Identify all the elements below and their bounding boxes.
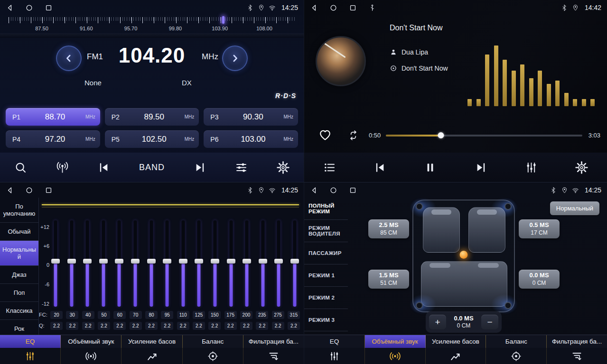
eq-band-slider[interactable] (289, 220, 300, 307)
settings-gear-icon[interactable] (575, 161, 588, 174)
tab-bass-boost[interactable]: Усиление басов (426, 335, 486, 348)
eq-band-slider[interactable] (242, 220, 252, 307)
next-track-icon[interactable] (475, 161, 487, 174)
back-icon[interactable] (310, 186, 318, 194)
eq-preset-item[interactable]: Джаз (0, 266, 38, 284)
tab-balance[interactable]: Баланс (486, 335, 547, 348)
slider-handle[interactable] (163, 259, 171, 264)
seek-up-button[interactable] (222, 46, 248, 71)
eq-band-slider[interactable] (226, 220, 236, 307)
front-right-delay[interactable]: 0.5 MS 17 CM (519, 219, 560, 238)
mode-item[interactable]: ПАССАЖИР (304, 242, 348, 264)
preset-button-p1[interactable]: P188.70MHz (6, 108, 100, 126)
eq-band-slider[interactable] (114, 220, 124, 307)
slider-handle[interactable] (83, 259, 92, 264)
mode-item[interactable]: РЕЖИМ ВОДИТЕЛЯ (304, 220, 348, 242)
recents-icon[interactable] (45, 186, 53, 194)
mode-item[interactable]: РЕЖИМ 2 (304, 287, 348, 309)
preset-button-p6[interactable]: P6103.00MHz (204, 130, 298, 148)
eq-band-slider[interactable] (210, 220, 220, 307)
eq-preset-item[interactable]: Обычай (0, 223, 38, 241)
eq-preset-item[interactable]: Нормальный (0, 241, 38, 266)
delay-increase-button[interactable]: + (429, 315, 446, 329)
album-art[interactable] (316, 36, 366, 86)
preset-button-p4[interactable]: P497.20MHz (6, 130, 100, 148)
balance-icon[interactable] (183, 348, 243, 364)
home-icon[interactable] (25, 4, 33, 12)
equalizer-icon[interactable] (0, 348, 61, 364)
slider-handle[interactable] (179, 259, 187, 264)
surround-s ound-icon[interactable] (61, 348, 121, 364)
equalizer-icon[interactable] (304, 348, 365, 364)
slider-handle[interactable] (259, 259, 267, 264)
playlist-icon[interactable] (323, 161, 336, 174)
eq-preset-item[interactable]: По умолчанию (0, 198, 38, 223)
mode-item[interactable]: ПОЛНЫЙ РЕЖИМ (304, 198, 348, 220)
rear-left-delay[interactable]: 1.5 MS 51 CM (368, 270, 409, 289)
slider-handle[interactable] (51, 259, 60, 264)
recents-icon[interactable] (349, 4, 357, 12)
seek-bar[interactable] (386, 135, 582, 136)
slider-handle[interactable] (195, 259, 203, 264)
preset-button-p2[interactable]: P289.50MHz (105, 108, 199, 126)
progress-knob[interactable] (438, 132, 444, 138)
previous-icon[interactable] (97, 161, 110, 174)
tab-surround-sound[interactable]: Объёмный звук (365, 335, 426, 348)
bass-boost-icon[interactable] (426, 348, 486, 364)
mode-item[interactable]: РЕЖИМ 1 (304, 264, 348, 287)
slider-handle[interactable] (290, 259, 299, 264)
tab-balance[interactable]: Баланс (183, 335, 243, 348)
eq-band-slider[interactable] (178, 220, 188, 307)
tune-settings-icon[interactable] (235, 161, 248, 174)
tab-filter[interactable]: Фильтрация ба... (243, 335, 304, 348)
slider-handle[interactable] (115, 259, 123, 264)
eq-band-slider[interactable] (146, 220, 157, 307)
favorite-icon[interactable] (318, 128, 332, 142)
balance-icon[interactable] (486, 348, 547, 364)
filter-icon[interactable] (243, 348, 304, 364)
eq-preset-item[interactable]: Поп (0, 284, 38, 302)
eq-band-slider[interactable] (98, 220, 109, 307)
preset-button-p3[interactable]: P390.30MHz (204, 108, 298, 126)
home-icon[interactable] (329, 186, 337, 194)
tab-surround-sound[interactable]: Объёмный звук (61, 335, 121, 348)
home-icon[interactable] (25, 186, 33, 194)
eq-band-slider[interactable] (273, 220, 284, 307)
eq-preset-item[interactable]: Классика (0, 302, 38, 320)
tab-bass-boost[interactable]: Усиление басов (121, 335, 182, 348)
mode-item[interactable]: РЕЖИМ 3 (304, 309, 348, 331)
slider-handle[interactable] (67, 259, 76, 264)
eq-band-slider[interactable] (66, 220, 77, 307)
recents-icon[interactable] (45, 4, 53, 12)
eq-band-slider[interactable] (82, 220, 93, 307)
eq-band-slider[interactable] (258, 220, 268, 307)
tab-eq[interactable]: EQ (0, 335, 61, 348)
bass-boost-icon[interactable] (121, 348, 182, 364)
scan-icon[interactable] (14, 161, 27, 174)
next-icon[interactable] (194, 161, 206, 174)
repeat-icon[interactable] (348, 130, 359, 141)
audio-mixer-icon[interactable] (525, 161, 538, 174)
front-left-delay[interactable]: 2.5 MS 85 CM (368, 219, 409, 238)
eq-band-slider[interactable] (50, 220, 61, 307)
home-icon[interactable] (329, 4, 337, 12)
frequency-scale[interactable]: 87.5091.6095.7099.80103.90108.00 (0, 16, 304, 39)
tab-eq[interactable]: EQ (304, 335, 365, 348)
broadcast-icon[interactable] (56, 161, 69, 174)
back-icon[interactable] (6, 4, 14, 12)
slider-handle[interactable] (274, 259, 283, 264)
sound-preset-badge[interactable]: Нормальный (550, 201, 599, 215)
delay-decrease-button[interactable]: − (481, 315, 498, 329)
rear-right-delay[interactable]: 0.0 MS 0 CM (519, 270, 560, 289)
slider-handle[interactable] (211, 259, 219, 264)
tab-filter[interactable]: Фильтрация ба... (547, 335, 607, 348)
slider-handle[interactable] (243, 259, 251, 264)
band-button[interactable]: BAND (139, 163, 165, 173)
pause-icon[interactable] (424, 161, 437, 174)
previous-track-icon[interactable] (374, 161, 386, 174)
listening-position-marker[interactable] (460, 251, 468, 259)
eq-band-slider[interactable] (130, 220, 140, 307)
surround-sound-icon[interactable] (365, 348, 426, 364)
settings-gear-icon[interactable] (277, 161, 289, 174)
back-icon[interactable] (310, 4, 318, 12)
